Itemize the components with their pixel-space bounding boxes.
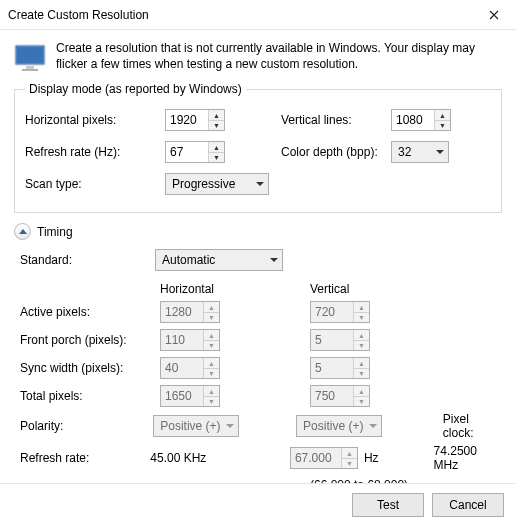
horizontal-pixels-field[interactable]: ▲▼ [165,109,225,131]
close-icon [489,10,499,20]
close-button[interactable] [471,0,516,30]
front-porch-v-field: ▲▼ [310,329,370,351]
spin-down-icon: ▼ [354,369,369,379]
standard-label: Standard: [20,253,155,267]
timing-refresh-v-input [291,448,341,468]
vertical-lines-field[interactable]: ▲▼ [391,109,451,131]
sync-width-h-input [161,358,203,378]
sync-width-h-field: ▲▼ [160,357,220,379]
color-depth-value: 32 [398,145,411,159]
chevron-down-icon [226,424,234,428]
front-porch-h-field: ▲▼ [160,329,220,351]
total-pixels-v-input [311,386,353,406]
chevron-down-icon [436,150,444,154]
sync-width-label: Sync width (pixels): [20,361,160,375]
window-title: Create Custom Resolution [8,8,149,22]
chevron-up-icon [19,229,27,234]
spin-up-icon: ▲ [354,330,369,341]
content-area: Create a resolution that is not currentl… [0,30,516,506]
total-pixels-h-field: ▲▼ [160,385,220,407]
spin-up-icon: ▲ [354,302,369,313]
scan-type-label: Scan type: [25,177,165,191]
polarity-v-value: Positive (+) [303,419,363,433]
spin-down-icon: ▼ [204,397,219,407]
spin-up-icon: ▲ [204,358,219,369]
spin-up-icon: ▲ [204,302,219,313]
refresh-rate-input[interactable] [166,142,208,162]
svg-rect-2 [26,66,34,69]
chevron-down-icon [270,258,278,262]
sync-width-v-input [311,358,353,378]
spin-up-icon: ▲ [204,386,219,397]
refresh-rate-field[interactable]: ▲▼ [165,141,225,163]
spin-up-icon[interactable]: ▲ [209,142,224,153]
timing-body: Standard: Automatic Horizontal Vertical … [14,248,502,498]
active-pixels-h-field: ▲▼ [160,301,220,323]
timing-refresh-v-unit: Hz [364,451,379,465]
pixel-clock-label: Pixel clock: [443,412,500,440]
timing-refresh-h-value: 45.00 KHz [150,451,290,465]
spin-down-icon: ▼ [354,397,369,407]
monitor-icon [14,44,46,72]
pixel-clock-value: 74.2500 MHz [434,444,500,472]
standard-dropdown[interactable]: Automatic [155,249,283,271]
scan-type-dropdown[interactable]: Progressive [165,173,269,195]
intro-text: Create a resolution that is not currentl… [56,40,502,72]
dialog-footer: Test Cancel [0,483,516,525]
polarity-h-dropdown: Positive (+) [153,415,239,437]
display-mode-group: Display mode (as reported by Windows) Ho… [14,82,502,213]
vertical-lines-input[interactable] [392,110,434,130]
refresh-rate-label: Refresh rate (Hz): [25,145,165,159]
spin-down-icon[interactable]: ▼ [435,121,450,131]
front-porch-h-input [161,330,203,350]
spin-down-icon[interactable]: ▼ [209,153,224,163]
timing-header: Timing [14,223,502,240]
total-pixels-h-input [161,386,203,406]
test-button[interactable]: Test [352,493,424,517]
polarity-label: Polarity: [20,419,153,433]
horizontal-pixels-label: Horizontal pixels: [25,113,165,127]
color-depth-label: Color depth (bpp): [281,145,391,159]
intro-row: Create a resolution that is not currentl… [14,40,502,72]
spin-down-icon: ▼ [342,459,357,469]
active-pixels-h-input [161,302,203,322]
spin-up-icon: ▲ [354,386,369,397]
spin-up-icon: ▲ [354,358,369,369]
svg-rect-3 [22,69,38,71]
cancel-button[interactable]: Cancel [432,493,504,517]
polarity-v-dropdown: Positive (+) [296,415,382,437]
spin-down-icon: ▼ [354,313,369,323]
spin-down-icon: ▼ [354,341,369,351]
spin-down-icon[interactable]: ▼ [209,121,224,131]
active-pixels-v-input [311,302,353,322]
vertical-lines-label: Vertical lines: [281,113,391,127]
col-horizontal-label: Horizontal [160,282,310,296]
spin-down-icon: ▼ [204,341,219,351]
titlebar: Create Custom Resolution [0,0,516,30]
active-pixels-label: Active pixels: [20,305,160,319]
chevron-down-icon [256,182,264,186]
spin-down-icon: ▼ [204,369,219,379]
chevron-down-icon [369,424,377,428]
active-pixels-v-field: ▲▼ [310,301,370,323]
timing-column-headers: Horizontal Vertical [20,282,500,296]
sync-width-v-field: ▲▼ [310,357,370,379]
front-porch-label: Front porch (pixels): [20,333,160,347]
timing-refresh-label: Refresh rate: [20,451,150,465]
scan-type-value: Progressive [172,177,235,191]
timing-collapse-button[interactable] [14,223,31,240]
total-pixels-v-field: ▲▼ [310,385,370,407]
timing-label: Timing [37,225,73,239]
polarity-h-value: Positive (+) [160,419,220,433]
horizontal-pixels-input[interactable] [166,110,208,130]
spin-down-icon: ▼ [204,313,219,323]
total-pixels-label: Total pixels: [20,389,160,403]
spin-up-icon: ▲ [204,330,219,341]
color-depth-dropdown[interactable]: 32 [391,141,449,163]
spin-up-icon[interactable]: ▲ [209,110,224,121]
col-vertical-label: Vertical [310,282,460,296]
svg-rect-1 [17,47,43,63]
timing-refresh-v-field: ▲▼ [290,447,358,469]
spin-up-icon[interactable]: ▲ [435,110,450,121]
standard-value: Automatic [162,253,215,267]
